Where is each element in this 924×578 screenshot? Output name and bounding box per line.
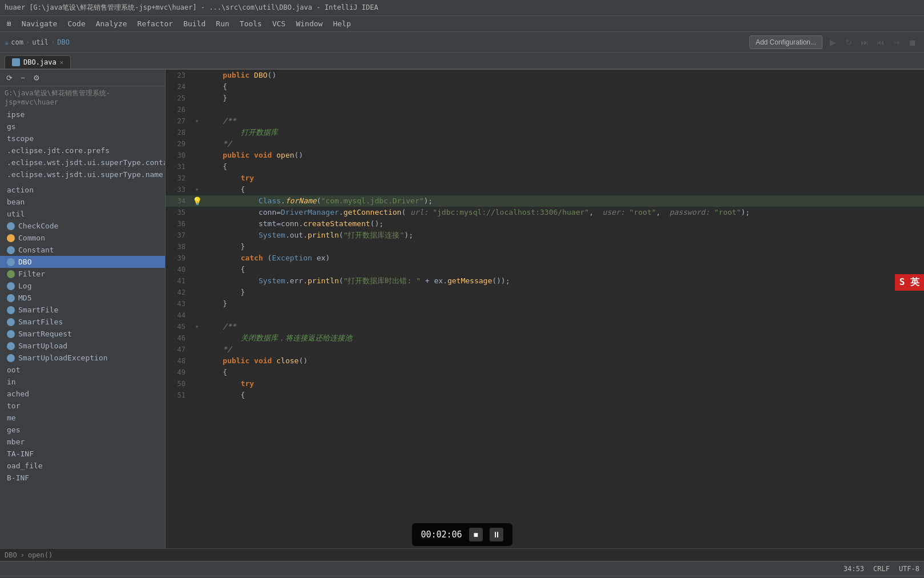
sidebar-item-oad-file[interactable]: oad_file — [0, 460, 165, 472]
status-right: 34:53 CRLF UTF-8 — [844, 565, 919, 573]
smartfiles-icon — [7, 318, 15, 326]
rewind-button[interactable]: ⏮ — [874, 35, 887, 49]
constant-icon — [7, 246, 15, 254]
log-icon — [7, 282, 15, 290]
code-line-37: 37 System.out.println("打开数据库连接"); — [166, 230, 924, 241]
tab-dbo-java[interactable]: DBO.java × — [5, 55, 71, 69]
s-logo[interactable]: S 英 — [895, 274, 924, 291]
menu-code[interactable]: Code — [63, 17, 90, 30]
menu-analyze[interactable]: Analyze — [91, 17, 132, 30]
sidebar-item-smartupload[interactable]: SmartUpload — [0, 340, 165, 352]
refresh-button[interactable]: ↻ — [842, 35, 856, 49]
code-line-36: 36 stmt=conn.createStatement(); — [166, 218, 924, 230]
sidebar-item-filter[interactable]: Filter — [0, 268, 165, 280]
sidebar-item-smartfile[interactable]: SmartFile — [0, 304, 165, 316]
sidebar-item-smartrequest[interactable]: SmartRequest — [0, 328, 165, 340]
sidebar-item-jsdt-name[interactable]: .eclipse.wst.jsdt.ui.superType.name — [0, 168, 165, 180]
smartfile-icon — [7, 306, 15, 314]
menu-help[interactable]: Help — [328, 17, 355, 30]
code-editor[interactable]: 23 public DBO() 24 { 25 } 26 27 ▾ / — [166, 70, 924, 548]
sidebar-item-ges[interactable]: ges — [0, 424, 165, 436]
code-line-34: 34 💡 Class.forName("com.mysql.jdbc.Drive… — [166, 195, 924, 207]
sidebar-item-constant[interactable]: Constant — [0, 244, 165, 256]
smartuploadex-icon — [7, 354, 15, 362]
code-line-39: 39 catch (Exception ex) — [166, 252, 924, 264]
project-path: G:\java笔设\鲜花销售管理系统-jsp+mvc\huaer — [0, 86, 165, 109]
sidebar-collapse-button[interactable]: − — [17, 72, 29, 83]
code-line-46: 46 关闭数据库，将连接返还给连接池 — [166, 332, 924, 344]
sidebar-item-common[interactable]: Common — [0, 232, 165, 244]
code-line-33: 33 ▾ { — [166, 184, 924, 195]
menu-navigate[interactable]: Navigate — [17, 17, 62, 30]
code-line-28: 28 打开数据库 — [166, 127, 924, 138]
sidebar-item-smartfiles[interactable]: SmartFiles — [0, 316, 165, 328]
sidebar-sync-button[interactable]: ⟳ — [3, 72, 15, 83]
code-line-43: 43 } — [166, 298, 924, 310]
menu-tools[interactable]: Tools — [235, 17, 267, 30]
sidebar-item-dbo[interactable]: DBO — [0, 256, 165, 268]
sidebar-item-log[interactable]: Log — [0, 280, 165, 292]
sidebar-item-mber[interactable]: mber — [0, 436, 165, 448]
sidebar-item-ached[interactable]: ached — [0, 388, 165, 400]
breadcrumb-com[interactable]: com — [11, 38, 23, 46]
sidebar-item-util[interactable]: util — [0, 208, 165, 220]
code-line-27: 27 ▾ /** — [166, 115, 924, 127]
sidebar-item-b-inf[interactable]: B-INF — [0, 472, 165, 484]
sidebar-item-in[interactable]: in — [0, 376, 165, 388]
sidebar-item-checkcode[interactable]: CheckCode — [0, 220, 165, 232]
menu-build[interactable]: Build — [179, 17, 210, 30]
sidebar-item-ta-inf[interactable]: TA-INF — [0, 448, 165, 460]
menu-vcs[interactable]: VCS — [268, 17, 290, 30]
sidebar-item-bean[interactable]: bean — [0, 196, 165, 208]
sidebar-settings-button[interactable]: ⚙ — [31, 72, 42, 83]
sidebar-item-jsdt-container[interactable]: .eclipse.wst.jsdt.ui.superType.container — [0, 156, 165, 168]
breadcrumb: ☕ com › util › DBO — [5, 38, 746, 46]
md5-icon — [7, 294, 15, 302]
code-line-45: 45 ▾ /** — [166, 321, 924, 332]
editor-breadcrumb-dbo[interactable]: DBO — [5, 551, 17, 559]
add-config-button[interactable]: Add Configuration... — [749, 35, 822, 49]
menu-logo[interactable]: ⊞ — [2, 17, 16, 30]
code-line-24: 24 { — [166, 81, 924, 93]
sidebar-item-tscope[interactable]: tscope — [0, 133, 165, 144]
sidebar-item-jdt-prefs[interactable]: .eclipse.jdt.core.prefs — [0, 144, 165, 156]
line-col-indicator: 34:53 — [844, 565, 864, 573]
fold-arrow-33[interactable]: ▾ — [195, 184, 199, 195]
video-time: 00:02:06 — [421, 529, 462, 540]
menu-run[interactable]: Run — [211, 17, 233, 30]
breadcrumb-util[interactable]: util — [32, 38, 49, 46]
sidebar-item-smartuploadex[interactable]: SmartUploadException — [0, 352, 165, 364]
sidebar-item-gs[interactable]: gs — [0, 121, 165, 133]
video-stop-button[interactable]: ■ — [469, 528, 483, 541]
code-line-32: 32 try — [166, 172, 924, 184]
video-pause-button[interactable]: ⏸ — [490, 528, 503, 541]
tab-close-button[interactable]: × — [60, 59, 64, 66]
fold-arrow-45[interactable]: ▾ — [195, 321, 199, 332]
code-line-40: 40 { — [166, 264, 924, 275]
step-button[interactable]: ⇒ — [890, 35, 903, 49]
bulb-icon-34[interactable]: 💡 — [192, 195, 202, 207]
video-overlay: 00:02:06 ■ ⏸ — [411, 523, 512, 546]
tab-label: DBO.java — [23, 58, 57, 66]
code-line-23: 23 public DBO() — [166, 70, 924, 81]
run-button[interactable]: ▶ — [826, 35, 840, 49]
stop-button[interactable]: ◼ — [906, 35, 919, 49]
sidebar-item-tor[interactable]: tor — [0, 400, 165, 412]
sidebar-item-oot[interactable]: oot — [0, 364, 165, 376]
common-icon — [7, 234, 15, 242]
breadcrumb-dbo[interactable]: DBO — [57, 38, 70, 46]
sidebar-item-ipse[interactable]: ipse — [0, 109, 165, 121]
sidebar-item-action[interactable]: action — [0, 184, 165, 196]
editor-breadcrumb-open[interactable]: open() — [28, 551, 53, 559]
java-file-icon — [12, 58, 20, 66]
code-line-42: 42 } — [166, 287, 924, 298]
bottom-bar: ☁ Alibaba Cloud View ⬆ Codeup ☕ Java Ent… — [0, 576, 924, 578]
fold-arrow-27[interactable]: ▾ — [195, 115, 199, 127]
menu-refactor[interactable]: Refactor — [133, 17, 178, 30]
menu-window[interactable]: Window — [291, 17, 327, 30]
tab-bar: DBO.java × — [0, 53, 924, 70]
code-line-26: 26 — [166, 104, 924, 115]
forward-button[interactable]: ⏭ — [858, 35, 871, 49]
sidebar-item-me[interactable]: me — [0, 412, 165, 424]
sidebar-item-md5[interactable]: MD5 — [0, 292, 165, 304]
